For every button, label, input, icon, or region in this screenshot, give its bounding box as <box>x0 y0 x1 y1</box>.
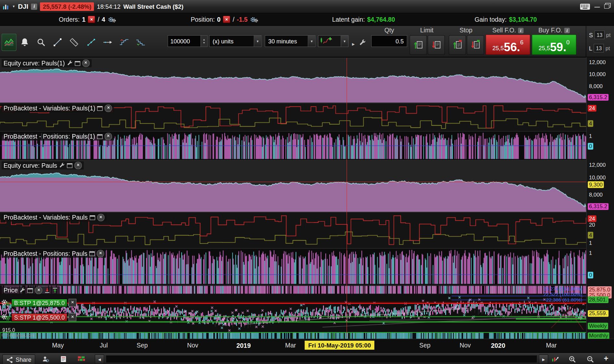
price-upload-icon[interactable] <box>52 288 58 293</box>
pos1-close-icon[interactable]: × <box>105 133 112 140</box>
spinner-up-icon[interactable]: ▲ <box>203 38 205 40</box>
price-chart[interactable] <box>0 294 586 332</box>
time-axis[interactable]: MayJulSepNov2019MarSepNov2020MarFri 10-M… <box>0 339 614 352</box>
chart-style-button[interactable]: ▼ <box>318 35 348 47</box>
economic-calendar-icon[interactable] <box>77 356 85 362</box>
scroll-right-button[interactable]: ▶ <box>539 354 548 364</box>
price-wrench-icon[interactable] <box>20 288 26 293</box>
trading-platform-window: ▼ DJI i 25,557.8 (-2.48%) 18:54:12 Wall … <box>0 0 614 364</box>
close-position-icon[interactable]: × <box>223 16 230 23</box>
equity2-chart[interactable] <box>0 161 586 212</box>
sell-button[interactable]: 25,556.6 <box>485 34 530 55</box>
quantity-value: 100000 <box>170 38 190 45</box>
order-gears-icon[interactable] <box>1 313 10 322</box>
pos1-axis-label: 1 <box>588 133 593 140</box>
caret-down-icon[interactable]: ▼ <box>308 36 315 47</box>
price-download-icon[interactable] <box>44 288 50 293</box>
price-window-icon[interactable] <box>28 288 33 293</box>
equity1-window-icon[interactable] <box>74 61 80 66</box>
news-icon[interactable] <box>60 356 66 363</box>
time-label: Mar <box>546 342 557 349</box>
buy-button[interactable]: 25,559.0 <box>532 34 576 55</box>
buy-stop-order-button[interactable] <box>449 35 466 55</box>
search-zoom-icon[interactable] <box>34 34 49 51</box>
equity2-close-icon[interactable]: × <box>74 162 82 169</box>
instrument-dropdown-caret-icon[interactable]: ▼ <box>12 5 15 8</box>
user-settings-icon[interactable] <box>41 356 49 363</box>
timeframe-select[interactable]: 30 minutes ▼ <box>265 35 315 47</box>
ruler-tool-icon[interactable] <box>67 34 82 51</box>
pos2-close-icon[interactable]: × <box>97 250 104 257</box>
equity1-wrench-icon[interactable] <box>67 60 73 66</box>
cancel-orders-icon[interactable]: × <box>88 16 95 23</box>
segment-tool-icon[interactable] <box>84 34 99 51</box>
quantity-spinner[interactable]: ▲ ▼ <box>200 36 207 47</box>
panel-pos1: ProBacktest - Positions: Pauls(1)× <box>0 131 586 159</box>
trendline-tool-icon[interactable] <box>50 34 65 51</box>
chart-area[interactable]: Equity curve: Pauls(1)×12,00010,0008,000… <box>0 57 614 339</box>
limit-distance-input[interactable]: 13 <box>594 44 604 52</box>
auto-scale-icon[interactable] <box>551 356 559 363</box>
vars1-close-icon[interactable]: × <box>105 105 112 112</box>
vars2-close-icon[interactable]: × <box>97 214 105 221</box>
pattern-down-tool-icon[interactable] <box>133 34 148 51</box>
stop-distance-input[interactable]: 13 <box>595 30 605 39</box>
vars2-window-icon[interactable] <box>90 215 95 220</box>
settings-wrench-button[interactable] <box>356 35 369 50</box>
position-settings-gears-icon[interactable] <box>250 16 259 23</box>
quantity-input[interactable]: 100000 ▲ ▼ <box>168 35 208 47</box>
order-gears-icon[interactable] <box>1 298 10 307</box>
status-bar: Orders: 1 × / 4 Position: 0 × / -1.5 Lat… <box>0 13 614 26</box>
chart-tool-button[interactable] <box>2 34 17 51</box>
equity1-close-icon[interactable]: × <box>82 60 89 67</box>
sell-stop-order-button[interactable] <box>467 35 484 55</box>
panel-header-equity1: Equity curve: Pauls(1)× <box>2 59 92 67</box>
equity2-wrench-icon[interactable] <box>59 163 65 168</box>
info-icon[interactable]: i <box>564 28 570 33</box>
restore-window-icon[interactable] <box>604 3 612 10</box>
caret-down-icon[interactable]: ▼ <box>341 36 348 47</box>
zoom-out-icon[interactable] <box>586 356 594 363</box>
pos1-window-icon[interactable] <box>97 134 103 139</box>
plus-icon: + <box>604 354 608 363</box>
time-label: Sep <box>419 342 430 349</box>
orders-settings-gears-icon[interactable] <box>108 16 116 23</box>
share-button[interactable]: Share <box>2 354 35 364</box>
gain-today-value: $3,104.70 <box>509 16 537 23</box>
spinner-down-icon[interactable]: ▼ <box>203 41 205 44</box>
order-tag: S:STP 1@25,500.0× <box>1 313 76 322</box>
units-select[interactable]: (x) units ▼ <box>209 35 262 47</box>
vars1-window-icon[interactable] <box>97 106 103 111</box>
panel-header-pos1: ProBacktest - Positions: Pauls(1)× <box>2 132 114 141</box>
zoom-in-icon[interactable] <box>569 356 576 363</box>
price-close-icon[interactable]: × <box>35 287 42 294</box>
order-cancel-icon[interactable]: × <box>69 313 76 321</box>
panel-header-pos2: ProBacktest - Positions: Pauls× <box>2 249 106 257</box>
add-icon[interactable]: + <box>604 354 608 363</box>
sell-limit-order-button[interactable] <box>427 35 445 55</box>
sell-header: Sell F.O. i <box>485 27 530 34</box>
instrument-chart-icon[interactable] <box>2 3 9 10</box>
pattern-up-tool-icon[interactable] <box>117 34 131 51</box>
limit-distance-value: 13 <box>596 45 602 51</box>
info-icon[interactable]: i <box>31 3 37 9</box>
alert-bell-icon[interactable] <box>17 34 32 51</box>
expander-icon[interactable]: ▶ <box>352 42 355 46</box>
scroll-left-button[interactable]: ◀ <box>95 354 104 364</box>
info-icon[interactable]: i <box>518 28 523 33</box>
caret-down-icon[interactable]: ▼ <box>254 36 261 47</box>
equity2-window-icon[interactable] <box>67 163 73 168</box>
pos2-window-icon[interactable] <box>89 251 95 256</box>
buy-limit-order-button[interactable] <box>410 35 427 55</box>
horizontal-scrollbar[interactable] <box>106 355 537 363</box>
keyboard-icon[interactable] <box>580 3 590 9</box>
orders-status: Orders: 1 × / 4 <box>59 13 116 25</box>
watermark: ©IT-Finance.com <box>2 333 34 338</box>
time-label: 2019 <box>236 342 251 349</box>
order-cancel-icon[interactable]: × <box>69 299 76 307</box>
chart-style-icon <box>320 36 333 46</box>
horizontal-line-tool-icon[interactable] <box>100 34 115 51</box>
order-qty-input[interactable]: 0.5 <box>371 35 407 47</box>
share-label: Share <box>16 356 31 363</box>
minimize-icon[interactable]: — <box>593 3 602 9</box>
